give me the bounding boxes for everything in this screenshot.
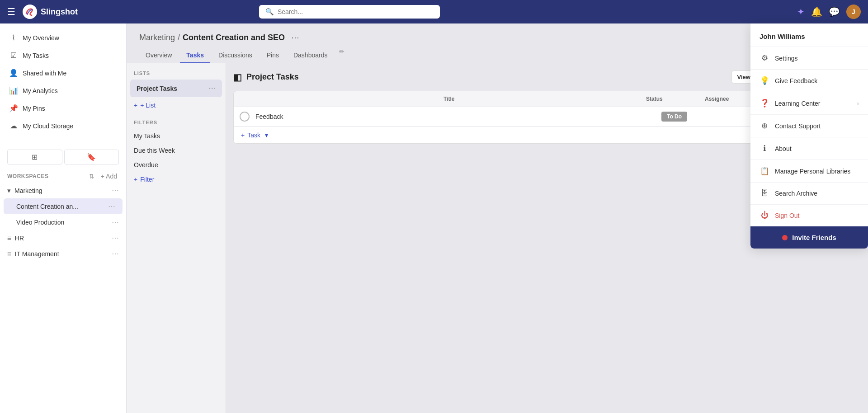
- sign-out-icon: ⏻: [760, 211, 769, 220]
- task-status[interactable]: To Do: [661, 112, 720, 122]
- cloud-icon: ☁: [9, 122, 18, 130]
- tab-discussions[interactable]: Discussions: [212, 48, 259, 63]
- search-input[interactable]: [278, 8, 434, 15]
- workspace-label: IT Management: [15, 250, 108, 258]
- dropdown-item-sign-out[interactable]: ⏻ Sign Out: [750, 205, 868, 226]
- sort-workspaces-btn[interactable]: ⇅: [87, 172, 96, 181]
- contact-support-label: Contact Support: [775, 122, 821, 130]
- workspace-icon: ≡: [7, 234, 11, 242]
- tab-overview[interactable]: Overview: [139, 48, 178, 63]
- tab-pins[interactable]: Pins: [260, 48, 285, 63]
- dropdown-item-give-feedback[interactable]: 💡 Give Feedback: [750, 70, 868, 92]
- filter-due-this-week[interactable]: Due this Week: [127, 143, 226, 158]
- task-title: Feedback: [255, 113, 661, 120]
- search-archive-icon: 🗄: [760, 189, 769, 198]
- learning-center-icon: ❓: [760, 99, 769, 108]
- messages-icon[interactable]: 💬: [829, 6, 840, 17]
- dropdown-item-contact-support[interactable]: ⊕ Contact Support: [750, 115, 868, 137]
- search-icon: 🔍: [265, 8, 274, 16]
- subitem-label: Content Creation an...: [16, 203, 104, 210]
- subitem-dots-icon[interactable]: ⋯: [112, 218, 119, 226]
- user-dropdown-header: John Williams: [750, 23, 868, 47]
- breadcrumb: Marketing / Content Creation and SEO ⋯: [139, 33, 855, 42]
- sidebar: ⌇ My Overview ☑ My Tasks 👤 Shared with M…: [0, 23, 127, 413]
- dropdown-item-search-archive[interactable]: 🗄 Search Archive: [750, 183, 868, 204]
- breadcrumb-separator: /: [178, 33, 180, 42]
- workspace-subitem-video-production[interactable]: Video Production ⋯: [0, 214, 126, 230]
- page-tabs: Overview Tasks Discussions Pins Dashboar…: [139, 48, 855, 63]
- tab-tasks[interactable]: Tasks: [180, 48, 210, 63]
- tasks-title: ◧ Project Tasks: [233, 72, 299, 83]
- workspace-dots-icon[interactable]: ⋯: [112, 186, 119, 195]
- sidebar-item-label: Shared with Me: [23, 70, 66, 77]
- tasks-title-icon: ◧: [233, 72, 242, 83]
- workspace-icon: ▾: [7, 187, 11, 195]
- add-filter-button[interactable]: + Filter: [127, 172, 226, 187]
- sidebar-item-shared-with-me[interactable]: 👤 Shared with Me: [0, 64, 126, 82]
- col-status: Status: [639, 91, 698, 107]
- status-badge: To Do: [661, 112, 687, 122]
- workspace-icon: ≡: [7, 250, 11, 258]
- sidebar-nav: ⌇ My Overview ☑ My Tasks 👤 Shared with M…: [0, 23, 126, 140]
- app-name: Slingshot: [41, 7, 78, 17]
- add-task-chevron-icon[interactable]: ▾: [265, 131, 268, 139]
- ai-icon[interactable]: ✦: [797, 6, 805, 17]
- hamburger-icon[interactable]: ☰: [7, 6, 15, 17]
- pins-icon: 📌: [9, 104, 18, 113]
- dropdown-item-manage-personal-libraries[interactable]: 📋 Manage Personal Libraries: [750, 160, 868, 182]
- sidebar-item-my-tasks[interactable]: ☑ My Tasks: [0, 47, 126, 64]
- app-logo: Slingshot: [23, 5, 78, 19]
- workspace-dots-icon[interactable]: ⋯: [112, 234, 119, 242]
- sign-out-label: Sign Out: [775, 212, 799, 219]
- layers-view-btn[interactable]: ⊞: [7, 150, 62, 164]
- tab-edit-icon[interactable]: ✏: [339, 48, 344, 63]
- add-workspace-btn[interactable]: + Add: [99, 172, 119, 181]
- tab-dashboards[interactable]: Dashboards: [287, 48, 334, 63]
- avatar[interactable]: J: [846, 5, 861, 19]
- page-dots-icon[interactable]: ⋯: [291, 33, 299, 42]
- workspace-actions: ⇅ + Add: [87, 172, 119, 181]
- give-feedback-label: Give Feedback: [775, 77, 817, 84]
- search-bar[interactable]: 🔍: [259, 5, 440, 19]
- subitem-dots-icon[interactable]: ⋯: [108, 202, 115, 211]
- app-layout: ⌇ My Overview ☑ My Tasks 👤 Shared with M…: [0, 23, 868, 413]
- notifications-icon[interactable]: 🔔: [811, 6, 822, 17]
- manage-libraries-icon: 📋: [760, 166, 769, 176]
- add-list-icon: +: [134, 102, 137, 109]
- sidebar-item-my-cloud-storage[interactable]: ☁ My Cloud Storage: [0, 117, 126, 135]
- svg-point-0: [23, 5, 37, 19]
- manage-libraries-label: Manage Personal Libraries: [775, 168, 850, 175]
- sidebar-view-toggle: ⊞ 🔖: [0, 146, 126, 168]
- workspace-hr[interactable]: ≡ HR ⋯: [0, 230, 126, 246]
- sidebar-item-my-overview[interactable]: ⌇ My Overview: [0, 29, 126, 47]
- workspace-subitem-content-creation[interactable]: Content Creation an... ⋯: [4, 198, 123, 214]
- workspace-it-management[interactable]: ≡ IT Management ⋯: [0, 246, 126, 262]
- breadcrumb-current: Content Creation and SEO: [183, 33, 285, 42]
- list-item-dots-icon[interactable]: ⋯: [208, 84, 216, 93]
- learning-center-label: Learning Center: [775, 100, 820, 107]
- dropdown-item-learning-center[interactable]: ❓ Learning Center ›: [750, 92, 868, 114]
- workspace-label: Marketing: [14, 187, 108, 194]
- invite-friends-label: Invite Friends: [792, 234, 836, 241]
- workspace-marketing[interactable]: ▾ Marketing ⋯: [0, 183, 126, 198]
- invite-friends-button[interactable]: Invite Friends: [750, 226, 868, 249]
- sidebar-item-my-pins[interactable]: 📌 My Pins: [0, 99, 126, 117]
- sidebar-item-label: My Cloud Storage: [23, 122, 73, 130]
- filter-overdue[interactable]: Overdue: [127, 158, 226, 172]
- topnav: ☰ Slingshot 🔍 ✦ 🔔 💬 J: [0, 0, 868, 23]
- sidebar-item-my-analytics[interactable]: 📊 My Analytics: [0, 82, 126, 99]
- task-check[interactable]: [234, 112, 255, 122]
- dropdown-item-about[interactable]: ℹ About: [750, 137, 868, 160]
- list-item-project-tasks[interactable]: Project Tasks ⋯: [130, 80, 222, 97]
- user-dropdown: John Williams ⚙ Settings 💡 Give Feedback…: [750, 23, 868, 249]
- dropdown-item-settings[interactable]: ⚙ Settings: [750, 47, 868, 69]
- workspace-dots-icon[interactable]: ⋯: [112, 249, 119, 258]
- bookmark-view-btn[interactable]: 🔖: [64, 150, 119, 164]
- sidebar-item-label: My Tasks: [23, 52, 49, 59]
- topnav-actions: ✦ 🔔 💬 J: [797, 5, 861, 19]
- tasks-title-text: Project Tasks: [246, 72, 299, 82]
- filter-my-tasks[interactable]: My Tasks: [127, 129, 226, 143]
- add-list-button[interactable]: + + List: [127, 98, 226, 113]
- task-circle-icon[interactable]: [240, 112, 250, 122]
- search-archive-label: Search Archive: [775, 190, 817, 197]
